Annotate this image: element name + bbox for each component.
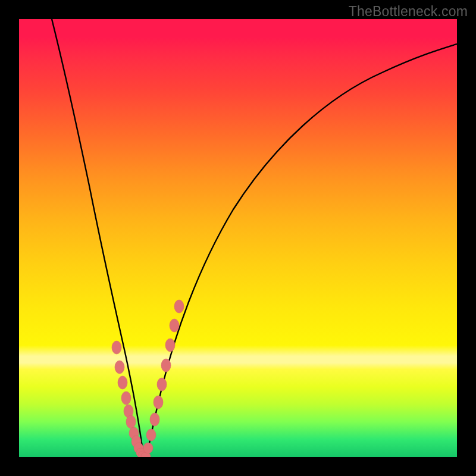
chart-svg [19,19,457,457]
svg-point-2 [118,376,127,389]
svg-point-20 [174,300,184,313]
watermark-text: TheBottleneck.com [349,4,468,20]
svg-point-15 [154,396,163,409]
svg-point-5 [126,415,136,428]
svg-point-12 [143,443,153,453]
svg-point-13 [146,429,156,441]
svg-point-0 [112,341,121,354]
dots-right [143,300,184,453]
curve-left-branch [52,19,145,456]
svg-point-1 [115,361,124,374]
svg-point-16 [157,378,167,391]
outer-frame: TheBottleneck.com [0,0,476,476]
svg-point-19 [170,319,179,332]
plot-area [19,19,457,457]
dots-left [112,341,151,457]
curve-right-branch [146,44,457,456]
svg-point-14 [150,413,159,426]
svg-point-18 [165,339,175,352]
svg-point-3 [121,392,131,405]
svg-point-17 [161,359,171,372]
